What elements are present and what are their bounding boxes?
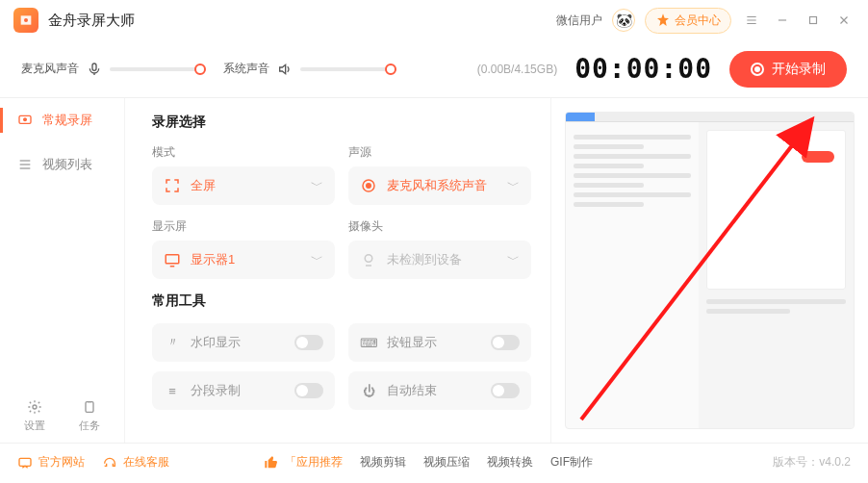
monitor-icon: [164, 251, 181, 268]
close-button[interactable]: [833, 10, 855, 31]
svg-rect-6: [86, 402, 93, 413]
storage-info: (0.00B/4.15GB): [477, 63, 557, 76]
display-select[interactable]: 显示器1 ﹀: [152, 241, 335, 279]
mic-volume-slider[interactable]: [110, 67, 206, 71]
svg-point-8: [367, 184, 371, 189]
chevron-down-icon: ﹀: [311, 251, 323, 268]
segment-icon: ≡: [164, 382, 181, 399]
segment-toggle[interactable]: [294, 383, 323, 398]
chevron-down-icon: ﹀: [507, 177, 520, 194]
clipboard-icon: [82, 399, 97, 415]
preview-thumbnail: [565, 112, 855, 429]
camera-value: 未检测到设备: [387, 251, 462, 268]
footer-link-convert[interactable]: 视频转换: [487, 454, 533, 470]
sidebar-item-label: 视频列表: [42, 156, 92, 173]
camera-icon: [360, 251, 377, 268]
camera-label: 摄像头: [348, 218, 531, 235]
menu-button[interactable]: [741, 10, 762, 31]
chevron-down-icon: ﹀: [311, 177, 323, 194]
video-list-icon: [17, 157, 33, 172]
audio-value: 麦克风和系统声音: [387, 177, 487, 194]
tasks-button[interactable]: 任务: [64, 399, 115, 433]
gear-icon: [27, 399, 42, 415]
button-display-toggle[interactable]: [491, 335, 520, 350]
version-label: 版本号：v4.0.2: [773, 454, 851, 470]
settings-button[interactable]: 设置: [10, 399, 61, 433]
headset-icon: [102, 455, 117, 470]
recording-timer: 00:00:00: [574, 53, 712, 85]
audio-icon: [360, 177, 377, 194]
record-screen-icon: [17, 113, 33, 128]
mic-icon: [87, 62, 102, 77]
tool-watermark: 〃 水印显示: [152, 323, 335, 362]
speaker-icon: [277, 62, 293, 77]
camera-select[interactable]: 未检测到设备 ﹀: [348, 241, 531, 279]
power-icon: ⏻: [360, 382, 377, 399]
start-label: 开始录制: [772, 61, 826, 78]
thumbs-up-icon: [264, 455, 279, 470]
svg-point-5: [33, 405, 37, 409]
keyboard-icon: ⌨: [360, 334, 377, 351]
system-audio-label: 系统声音: [223, 61, 269, 77]
svg-rect-2: [92, 64, 96, 70]
section-recording-options: 录屏选择: [152, 114, 531, 131]
display-label: 显示屏: [152, 218, 335, 235]
user-avatar[interactable]: 🐼: [612, 9, 635, 32]
vip-center-button[interactable]: 会员中心: [645, 8, 731, 34]
mode-select[interactable]: 全屏 ﹀: [152, 166, 335, 205]
start-recording-button[interactable]: 开始录制: [729, 51, 847, 88]
app-title: 金舟录屏大师: [48, 12, 135, 30]
footer-link-edit[interactable]: 视频剪辑: [360, 454, 406, 470]
svg-rect-9: [166, 255, 179, 264]
svg-rect-12: [19, 458, 31, 466]
chevron-down-icon: ﹀: [507, 251, 520, 268]
footer-website[interactable]: 官方网站: [17, 454, 85, 470]
system-volume-slider[interactable]: [300, 67, 396, 71]
footer-link-compress[interactable]: 视频压缩: [423, 454, 470, 470]
sidebar-item-record[interactable]: 常规录屏: [0, 98, 124, 142]
chat-icon: [17, 455, 33, 470]
section-tools: 常用工具: [152, 292, 531, 310]
wechat-user-label: 微信用户: [556, 13, 602, 29]
audio-source-label: 声源: [348, 144, 531, 161]
app-logo: [13, 8, 38, 33]
sidebar-item-label: 常规录屏: [42, 112, 92, 129]
tool-auto-end: ⏻ 自动结束: [348, 371, 531, 410]
minimize-button[interactable]: [772, 10, 793, 31]
maximize-button[interactable]: [803, 10, 824, 31]
svg-point-10: [365, 255, 372, 263]
svg-point-0: [24, 18, 28, 22]
display-value: 显示器1: [191, 251, 235, 268]
record-icon: [751, 63, 764, 76]
mic-label: 麦克风声音: [21, 61, 79, 77]
vip-label: 会员中心: [675, 13, 721, 29]
tool-button-display: ⌨ 按钮显示: [348, 323, 531, 362]
fullscreen-icon: [164, 177, 181, 194]
watermark-icon: 〃: [164, 334, 181, 351]
footer-link-gif[interactable]: GIF制作: [550, 454, 593, 470]
footer-support[interactable]: 在线客服: [102, 454, 169, 470]
sidebar-item-videos[interactable]: 视频列表: [0, 142, 124, 187]
svg-rect-1: [810, 17, 817, 24]
watermark-toggle[interactable]: [294, 335, 323, 350]
tool-segment: ≡ 分段录制: [152, 371, 335, 410]
mode-label: 模式: [152, 144, 335, 161]
footer-recommend[interactable]: 「应用推荐: [264, 454, 343, 470]
svg-point-4: [24, 118, 27, 121]
mode-value: 全屏: [191, 177, 216, 194]
auto-end-toggle[interactable]: [491, 383, 520, 398]
audio-source-select[interactable]: 麦克风和系统声音 ﹀: [348, 166, 531, 205]
